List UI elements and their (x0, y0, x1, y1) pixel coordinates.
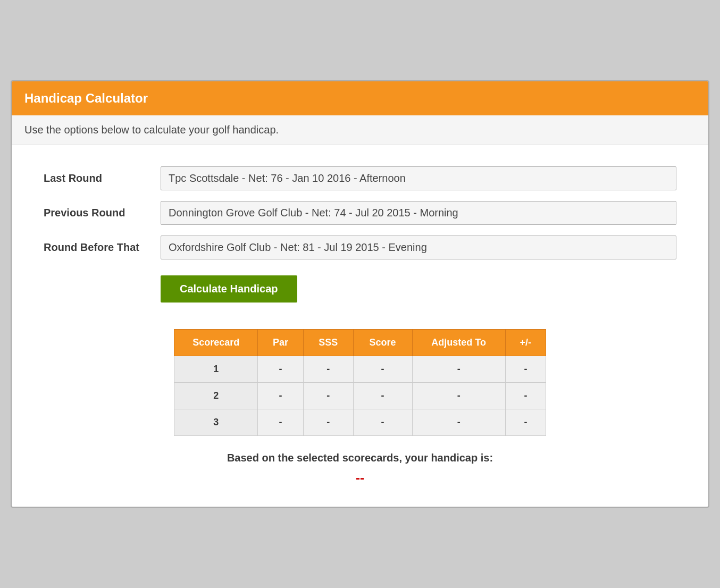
data-cell: - (412, 409, 505, 436)
row-num-cell: 1 (174, 356, 258, 383)
handicap-result-label: Based on the selected scorecards, your h… (227, 452, 493, 464)
data-cell: - (412, 356, 505, 383)
data-cell: - (303, 383, 353, 409)
data-cell: - (353, 383, 412, 409)
th-score: Score (353, 330, 412, 356)
data-cell: - (353, 356, 412, 383)
th-sss: SSS (303, 330, 353, 356)
data-cell: - (303, 409, 353, 436)
handicap-result-value: -- (356, 471, 364, 485)
data-cell: - (353, 409, 412, 436)
table-row: 2----- (174, 383, 546, 409)
th-scorecard: Scorecard (174, 330, 258, 356)
table-header-row: Scorecard Par SSS Score Adjusted To +/- (174, 330, 546, 356)
previous-round-row: Previous Round (44, 201, 676, 225)
previous-round-label: Previous Round (44, 207, 161, 219)
form-section: Last Round Previous Round Round Before T… (44, 166, 676, 303)
round-before-input[interactable] (161, 236, 676, 259)
th-adjusted-to: Adjusted To (412, 330, 505, 356)
last-round-row: Last Round (44, 166, 676, 190)
data-cell: - (505, 409, 546, 436)
last-round-input[interactable] (161, 166, 676, 190)
data-cell: - (258, 383, 303, 409)
scorecard-table: Scorecard Par SSS Score Adjusted To +/- … (174, 329, 546, 436)
th-par: Par (258, 330, 303, 356)
app-container: Handicap Calculator Use the options belo… (11, 80, 709, 508)
data-cell: - (303, 356, 353, 383)
app-title: Handicap Calculator (24, 91, 148, 105)
subtitle-bar: Use the options below to calculate your … (12, 115, 708, 145)
header: Handicap Calculator (12, 81, 708, 115)
last-round-label: Last Round (44, 172, 161, 184)
results-section: Scorecard Par SSS Score Adjusted To +/- … (44, 329, 676, 485)
round-before-label: Round Before That (44, 241, 161, 254)
round-before-row: Round Before That (44, 236, 676, 259)
table-row: 1----- (174, 356, 546, 383)
main-content: Last Round Previous Round Round Before T… (12, 145, 708, 507)
th-plusminus: +/- (505, 330, 546, 356)
table-row: 3----- (174, 409, 546, 436)
data-cell: - (258, 409, 303, 436)
data-cell: - (412, 383, 505, 409)
subtitle-text: Use the options below to calculate your … (24, 124, 279, 136)
row-num-cell: 3 (174, 409, 258, 436)
row-num-cell: 2 (174, 383, 258, 409)
previous-round-input[interactable] (161, 201, 676, 225)
data-cell: - (505, 356, 546, 383)
data-cell: - (258, 356, 303, 383)
data-cell: - (505, 383, 546, 409)
calculate-handicap-button[interactable]: Calculate Handicap (161, 275, 297, 303)
